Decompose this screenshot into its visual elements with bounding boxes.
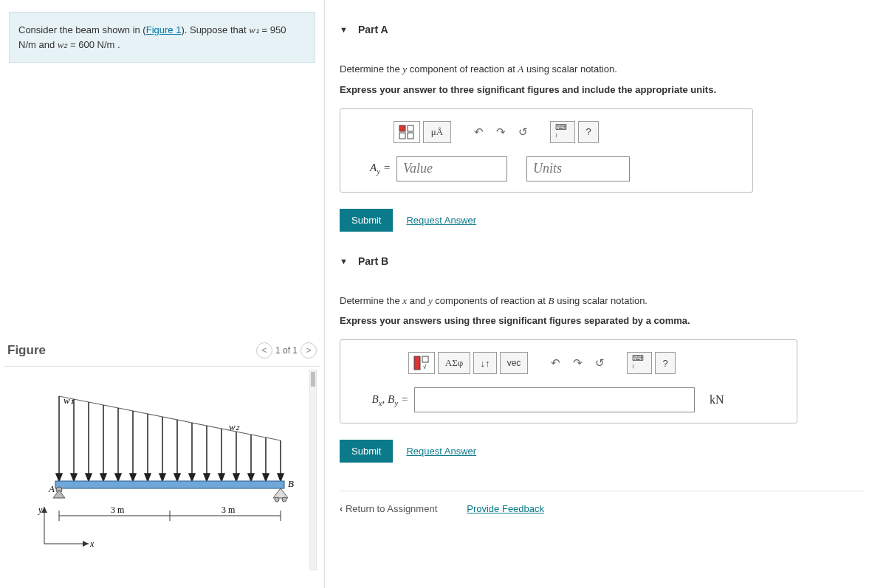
svg-rect-60 xyxy=(414,356,420,370)
updown-button[interactable]: ↓↑ xyxy=(473,352,497,374)
help-button[interactable]: ? xyxy=(578,121,599,143)
svg-text:3 m: 3 m xyxy=(222,505,236,515)
svg-line-0 xyxy=(59,396,281,440)
beam-diagram: 3 m 3 m x y w₁ w₂ A B xyxy=(22,389,303,551)
part-b-bold: Express your answers using three signifi… xyxy=(340,315,864,326)
svg-rect-57 xyxy=(408,125,413,131)
svg-marker-16 xyxy=(159,474,165,481)
svg-text:w₂: w₂ xyxy=(229,421,240,432)
redo-button[interactable]: ↷ xyxy=(491,121,510,143)
part-b-submit-button[interactable]: Submit xyxy=(340,440,393,463)
svg-marker-10 xyxy=(115,474,121,481)
svg-marker-28 xyxy=(248,474,254,481)
figure-canvas: 3 m 3 m x y w₁ w₂ A B xyxy=(4,367,320,573)
caret-down-icon: ▼ xyxy=(340,25,348,34)
keyboard-button[interactable]: ⌨ ⁾ xyxy=(627,352,652,374)
part-a-title: Part A xyxy=(358,24,388,35)
svg-marker-2 xyxy=(56,474,62,481)
figure-title: Figure xyxy=(7,343,46,358)
svg-marker-32 xyxy=(278,474,284,481)
part-a-answer-box: μÅ ↶ ↷ ↺ ⌨ ⁾ ? Ay = xyxy=(340,108,753,193)
figure-pager: 1 of 1 xyxy=(275,345,298,356)
part-a-instruction: Determine the y component of reaction at… xyxy=(340,62,864,77)
svg-point-37 xyxy=(275,497,279,502)
part-b-var-label: Bx, By = xyxy=(355,393,408,407)
special-char-button[interactable]: μÅ xyxy=(423,121,451,143)
scrollbar[interactable] xyxy=(309,370,317,570)
part-b-value-input[interactable] xyxy=(414,387,695,412)
svg-text:w₁: w₁ xyxy=(63,395,74,406)
svg-marker-48 xyxy=(83,541,89,547)
svg-marker-35 xyxy=(53,490,65,498)
problem-text: Consider the beam shown in ( xyxy=(18,24,146,35)
part-b-unit: kN xyxy=(710,393,724,407)
svg-marker-24 xyxy=(219,474,224,481)
svg-marker-12 xyxy=(130,474,136,481)
part-b-request-answer-link[interactable]: Request Answer xyxy=(406,446,476,457)
svg-marker-8 xyxy=(100,474,106,481)
part-a-value-input[interactable] xyxy=(396,156,507,181)
svg-rect-56 xyxy=(399,125,405,131)
figure-link[interactable]: Figure 1 xyxy=(146,24,182,35)
reset-button[interactable]: ↺ xyxy=(590,352,609,374)
svg-text:√: √ xyxy=(423,364,427,370)
help-button[interactable]: ? xyxy=(655,352,676,374)
part-a-units-input[interactable] xyxy=(526,156,630,181)
svg-rect-33 xyxy=(55,481,284,488)
part-b-header[interactable]: ▼ Part B xyxy=(340,255,864,267)
svg-rect-58 xyxy=(399,133,405,139)
svg-text:A: A xyxy=(48,483,55,494)
svg-marker-36 xyxy=(273,488,288,498)
part-a-header[interactable]: ▼ Part A xyxy=(340,24,864,35)
figure-next-button[interactable]: > xyxy=(301,342,317,359)
problem-statement: Consider the beam shown in (Figure 1). S… xyxy=(9,12,315,63)
svg-text:B: B xyxy=(288,478,294,489)
svg-marker-30 xyxy=(263,474,269,481)
part-b-title: Part B xyxy=(358,255,388,267)
part-a-request-answer-link[interactable]: Request Answer xyxy=(406,215,476,226)
part-a-submit-button[interactable]: Submit xyxy=(340,209,393,232)
part-a-var-label: Ay = xyxy=(355,162,391,176)
keyboard-button[interactable]: ⌨ ⁾ xyxy=(550,121,575,143)
svg-text:y: y xyxy=(38,505,43,515)
redo-button[interactable]: ↷ xyxy=(568,352,587,374)
svg-text:x: x xyxy=(89,539,95,549)
part-b-instruction: Determine the x and y components of reac… xyxy=(340,294,864,308)
part-b-answer-box: √ ΑΣφ ↓↑ vec ↶ ↷ ↺ ⌨ ⁾ ? Bx, By = kN xyxy=(340,339,797,423)
return-link[interactable]: Return to Assignment xyxy=(340,503,437,514)
svg-marker-20 xyxy=(189,474,195,481)
svg-marker-6 xyxy=(86,474,92,481)
svg-text:3 m: 3 m xyxy=(111,505,125,515)
part-a-bold: Express your answer to three significant… xyxy=(340,84,864,95)
reset-button[interactable]: ↺ xyxy=(513,121,532,143)
templates-button[interactable] xyxy=(394,121,420,143)
templates-button[interactable]: √ xyxy=(408,352,435,374)
svg-marker-26 xyxy=(233,474,239,481)
feedback-link[interactable]: Provide Feedback xyxy=(467,503,544,514)
undo-button[interactable]: ↶ xyxy=(546,352,565,374)
figure-prev-button[interactable]: < xyxy=(256,342,272,359)
svg-rect-59 xyxy=(408,133,413,139)
svg-point-38 xyxy=(282,497,286,502)
vec-button[interactable]: vec xyxy=(500,352,528,374)
svg-marker-18 xyxy=(174,474,180,481)
undo-button[interactable]: ↶ xyxy=(469,121,488,143)
svg-rect-61 xyxy=(422,356,428,362)
svg-marker-22 xyxy=(204,474,210,481)
svg-marker-4 xyxy=(71,474,77,481)
greek-button[interactable]: ΑΣφ xyxy=(438,352,470,374)
caret-down-icon: ▼ xyxy=(340,257,348,266)
svg-marker-14 xyxy=(145,474,151,481)
